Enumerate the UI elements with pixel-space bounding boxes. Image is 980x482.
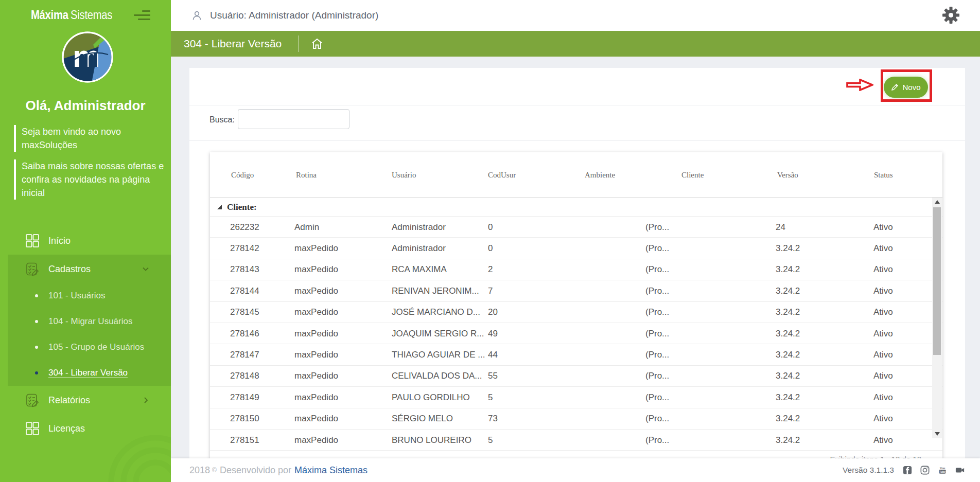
home-icon[interactable] — [311, 38, 323, 50]
scrollbar-thumb[interactable] — [933, 207, 941, 355]
offers-note-line: confira as novidades na página — [22, 173, 164, 186]
bullet-icon — [35, 346, 38, 349]
user-label: Usuário: Administrador (Administrador) — [210, 10, 378, 21]
sidebar-group-cadastros: Cadastros 101 - Usuários 104 - Migrar Us… — [8, 255, 171, 386]
cell: 3.24.2 — [776, 302, 800, 323]
cell: 5 — [488, 387, 493, 408]
page-title: 304 - Liberar Versão — [184, 31, 282, 57]
grid-toolbar: Novo — [189, 68, 965, 105]
column-header-codusur[interactable]: CodUsur — [488, 152, 516, 198]
breadcrumb-bar: 304 - Liberar Versão — [171, 31, 980, 57]
sidebar-item-label: Cadastros — [48, 263, 91, 274]
cell: 24 — [776, 217, 785, 238]
collapse-triangle-icon[interactable] — [217, 205, 222, 209]
sidebar-item-101-usuarios[interactable]: 101 - Usuários — [8, 283, 171, 309]
cell: 5 — [488, 430, 493, 451]
sidebar-item-304-liberar-versao[interactable]: 304 - Liberar Versão — [8, 360, 171, 386]
welcome-note-line: Seja bem vindo ao novo — [22, 125, 121, 138]
column-header-rotina[interactable]: Rotina — [296, 152, 317, 198]
bullet-icon — [35, 371, 38, 374]
cell: maxPedido — [294, 259, 338, 280]
youtube-icon[interactable]: You Tube — [938, 466, 947, 475]
cell: THIAGO AGUIAR DE ... — [392, 344, 485, 365]
sidebar-item-licencas[interactable]: Licenças — [0, 414, 171, 442]
table-row[interactable]: 278149maxPedidoPAULO GORDILHO5(Pro...3.2… — [210, 387, 942, 408]
cell: 278145 — [230, 302, 259, 323]
table-row[interactable]: 278144maxPedidoRENIVAN JERONIM...7(Pro..… — [210, 280, 942, 301]
cell: 3.24.2 — [776, 280, 800, 301]
instagram-icon[interactable] — [920, 466, 930, 475]
sidebar-item-inicio[interactable]: Início — [0, 226, 171, 255]
facebook-icon[interactable] — [903, 466, 912, 475]
cell: Ativo — [873, 408, 893, 430]
cell: maxPedido — [294, 387, 338, 408]
table-row[interactable]: 278145maxPedidoJOSÉ MARCIANO D...20(Pro.… — [210, 302, 942, 323]
column-header-cliente[interactable]: Cliente — [681, 152, 704, 198]
cell: BRUNO LOUREIRO — [392, 430, 471, 451]
cell: 278150 — [230, 408, 259, 430]
column-header-status[interactable]: Status — [874, 152, 893, 198]
cell: Ativo — [873, 259, 893, 280]
table-row[interactable]: 278148maxPedidoCELIVALDA DOS DA...55(Pro… — [210, 366, 942, 387]
footer-copyright: 2018©Desenvolvido porMáxima Sistemas — [189, 458, 367, 482]
cell: 7 — [488, 280, 493, 301]
sidebar-item-104-migrar-usuarios[interactable]: 104 - Migrar Usuários — [8, 309, 171, 334]
offers-note: Saiba mais sobre nossas ofertas e confir… — [14, 159, 164, 200]
checklist-icon — [25, 262, 40, 276]
copyright-symbol: © — [212, 467, 217, 474]
sidebar-item-105-grupo-de-usuarios[interactable]: 105 - Grupo de Usuários — [8, 334, 171, 360]
scrollbar-down-arrow[interactable] — [932, 430, 942, 438]
sidebar-item-cadastros[interactable]: Cadastros — [8, 255, 171, 283]
cell: maxPedido — [294, 430, 338, 451]
sidebar-item-label: Relatórios — [48, 395, 90, 405]
cell: maxPedido — [294, 323, 338, 344]
chevron-right-icon — [142, 397, 149, 404]
search-section: Busca: — [189, 106, 965, 141]
cell: (Pro... — [645, 408, 669, 430]
brand-light: Sistemas — [71, 8, 112, 22]
column-header-ambiente[interactable]: Ambiente — [585, 152, 615, 198]
cell: 278144 — [230, 280, 259, 301]
company-link[interactable]: Máxima Sistemas — [294, 465, 367, 476]
main-panel: Novo Busca: Código Rotina Usuário CodUsu… — [189, 68, 965, 458]
cell: 278148 — [230, 366, 259, 387]
gear-icon[interactable] — [942, 7, 959, 24]
cell: 278146 — [230, 323, 259, 344]
welcome-note: Seja bem vindo ao novo maxSoluções — [14, 125, 121, 152]
bullet-icon — [35, 294, 38, 297]
cell: 3.24.2 — [776, 323, 800, 344]
table-row[interactable]: 278143maxPedidoRCA MAXIMA2(Pro...3.24.2A… — [210, 259, 942, 280]
table-row[interactable]: 278142maxPedidoAdministrador0(Pro...3.24… — [210, 238, 942, 259]
cell: 3.24.2 — [776, 259, 800, 280]
cell: Ativo — [873, 280, 893, 301]
grid-scrollbar[interactable] — [932, 198, 942, 438]
offers-note-line: Saiba mais sobre nossas ofertas e — [22, 159, 164, 173]
table-row[interactable]: 262232AdminAdministrador0(Pro...24Ativo — [210, 217, 942, 238]
cell: maxPedido — [294, 408, 338, 430]
hamburger-menu-icon[interactable] — [134, 10, 150, 20]
cell: Administrador — [392, 238, 446, 259]
cell: 0 — [488, 217, 493, 238]
annotation-rectangle: Novo — [881, 69, 932, 102]
group-row[interactable]: Cliente: — [210, 198, 942, 217]
cell: RCA MAXIMA — [392, 259, 447, 280]
sidebar-item-relatorios[interactable]: Relatórios — [0, 386, 171, 414]
column-header-usuario[interactable]: Usuário — [392, 152, 416, 198]
table-row[interactable]: 278151maxPedidoBRUNO LOUREIRO5(Pro...3.2… — [210, 430, 942, 451]
cell: maxPedido — [294, 302, 338, 323]
cell: Ativo — [873, 302, 893, 323]
novo-button[interactable]: Novo — [884, 77, 928, 98]
table-row[interactable]: 278146maxPedidoJOAQUIM SERGIO R...49(Pro… — [210, 323, 942, 344]
cell: 278143 — [230, 259, 259, 280]
table-row[interactable]: 278147maxPedidoTHIAGO AGUIAR DE ...44(Pr… — [210, 344, 942, 365]
search-input[interactable] — [238, 109, 349, 129]
column-header-codigo[interactable]: Código — [231, 152, 254, 198]
column-header-versao[interactable]: Versão — [777, 152, 798, 198]
user-icon — [191, 10, 202, 21]
video-camera-icon[interactable] — [955, 466, 965, 475]
scrollbar-up-arrow[interactable] — [932, 198, 942, 206]
table-row[interactable]: 278150maxPedidoSÉRGIO MELO73(Pro...3.24.… — [210, 408, 942, 430]
data-grid: Código Rotina Usuário CodUsur Ambiente C… — [210, 152, 942, 459]
cell: Ativo — [873, 344, 893, 365]
brand-bold: Máxima — [31, 8, 68, 22]
